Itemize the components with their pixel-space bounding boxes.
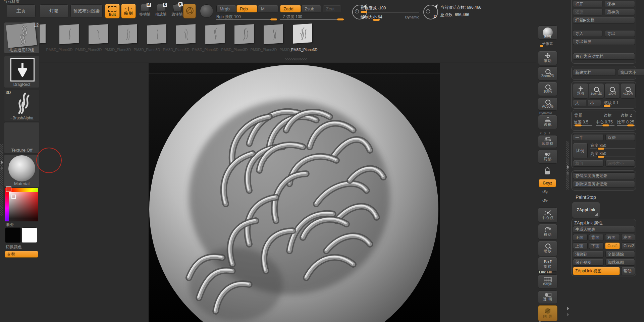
border2-label[interactable]: 边框 2 xyxy=(621,113,632,118)
zcut-toggle[interactable]: Zcut xyxy=(323,5,341,12)
plane-thumb-partial[interactable] xyxy=(40,23,60,47)
small-button[interactable]: 小 xyxy=(588,100,601,106)
width-handle[interactable] xyxy=(598,148,604,150)
focal-shift-handle[interactable] xyxy=(361,11,367,13)
swap-color-button[interactable]: 交替 xyxy=(5,251,38,258)
material-selector[interactable]: Material xyxy=(4,154,40,187)
home-button[interactable]: 主页 xyxy=(7,4,36,18)
draw-size-handle[interactable] xyxy=(373,19,380,21)
m-toggle[interactable]: M xyxy=(258,5,278,12)
new-document-button[interactable]: 新建文档 xyxy=(573,69,616,76)
save-as-button[interactable]: 另存为 xyxy=(605,9,635,15)
sculptris-pro-button[interactable] xyxy=(183,4,196,18)
gxyz-button[interactable]: Gxyz xyxy=(539,179,556,187)
center-handle[interactable] xyxy=(602,124,609,126)
draw-size-slider[interactable] xyxy=(361,20,419,20)
save-views-button[interactable]: 保存视图 xyxy=(573,259,604,266)
front-view-button[interactable]: 正面 xyxy=(573,234,588,241)
mrgb-toggle[interactable]: Mrgb xyxy=(216,5,236,12)
alpha-selector[interactable]: 3D ~BrushAlpha xyxy=(4,89,40,121)
secondary-color-swatch[interactable] xyxy=(21,227,37,243)
window-size-button[interactable]: 窗口大小 xyxy=(618,69,644,76)
store-depth-history-button[interactable]: 存储深度历史记录 xyxy=(573,172,635,179)
panel-actual-button[interactable]: 100% xyxy=(604,83,620,99)
zapplink-button[interactable]: ZAppLink xyxy=(572,202,600,218)
height-handle[interactable] xyxy=(598,156,604,158)
move-axis-button[interactable]: M 移动轴 xyxy=(137,4,153,19)
draw-button[interactable]: -｜- 绘 制 xyxy=(121,4,136,18)
move-view-button[interactable]: 移动 xyxy=(538,224,557,239)
cust1-view-button[interactable]: Cust1 xyxy=(605,243,620,249)
zapplink-views-button[interactable]: ZAppLink 视图 xyxy=(573,267,620,275)
focal-shift-slider[interactable] xyxy=(361,12,419,12)
zadd-toggle[interactable]: Zadd xyxy=(280,5,301,12)
rgb-intensity-handle[interactable] xyxy=(270,18,277,20)
revert-button[interactable]: 还原 xyxy=(573,9,602,15)
transparent-button[interactable]: 透 明 xyxy=(538,290,557,304)
perspective-button[interactable]: 透视 xyxy=(538,115,557,129)
load-views-button[interactable]: 加载视图 xyxy=(605,259,635,266)
ghost-button[interactable]: 幽 灵 xyxy=(538,305,557,321)
panel-zoom-handle[interactable] xyxy=(604,105,610,107)
resize-button[interactable]: 调整大小 xyxy=(605,160,635,167)
z-intensity-slider[interactable] xyxy=(280,19,344,20)
panel-ac50-button[interactable]: AC50% xyxy=(620,83,636,99)
width-slider[interactable] xyxy=(590,149,635,149)
right-bottom-arrow2-icon[interactable] xyxy=(567,313,569,317)
bottom-view-button[interactable]: 下面 xyxy=(589,243,604,249)
brush-selector[interactable]: 12 毛发通用12组 xyxy=(4,22,40,54)
stroke-selector[interactable]: DragRect xyxy=(4,56,40,88)
rotate-axis-button[interactable]: R 旋转轴 xyxy=(169,4,185,19)
center-point-button[interactable]: 中心点 xyxy=(538,207,557,223)
scale-view-button[interactable]: 缩放 xyxy=(538,241,557,256)
smooth-material-button[interactable] xyxy=(200,4,213,18)
sidebar-resize-handle[interactable] xyxy=(0,144,3,216)
rgb-toggle[interactable]: Rgb xyxy=(236,5,257,12)
texture-selector[interactable]: Texture Off xyxy=(4,122,40,154)
floor-grid-button[interactable]: 地网格 xyxy=(538,135,557,148)
ratio-button[interactable]: 比例 xyxy=(573,143,588,158)
z-intensity-handle[interactable] xyxy=(337,18,344,20)
local-button[interactable]: 局部 xyxy=(538,150,557,164)
bpr-button[interactable]: BPR xyxy=(538,25,557,40)
clear-all-button[interactable]: 全部清除 xyxy=(605,251,635,258)
export-screen-button[interactable]: 导出截屏 xyxy=(573,38,635,45)
scale-axis-button[interactable]: S 缩放轴 xyxy=(153,4,169,19)
preview-boolean-button[interactable]: 预览布尔渲染 xyxy=(70,4,103,18)
open-button[interactable]: 打开 xyxy=(573,1,602,7)
save-button[interactable]: 保存 xyxy=(605,1,635,7)
rotate-view-button[interactable]: ↻↺ 旋转 xyxy=(538,257,557,272)
sidebar-collapse-arrow-icon[interactable] xyxy=(1,166,3,170)
rgb-intensity-slider[interactable] xyxy=(216,19,277,20)
edit-button[interactable]: Edit xyxy=(105,4,120,18)
ac50-button[interactable]: AC50% xyxy=(538,97,557,111)
double-button[interactable]: 双倍 xyxy=(605,134,635,141)
big-button[interactable]: 大 xyxy=(573,100,586,106)
draw-size-gauge[interactable]: + D xyxy=(423,5,438,19)
subpixel-slider[interactable]: 子像素 xyxy=(538,40,557,46)
panel-scroll-button[interactable]: 滚动 xyxy=(573,83,588,99)
gz-button[interactable]: ↺z xyxy=(542,198,548,203)
right-expand-arrow-icon[interactable] xyxy=(567,165,569,169)
zsub-toggle[interactable]: Zsub xyxy=(301,5,321,12)
height-slider[interactable] xyxy=(590,157,635,157)
sv-selector[interactable] xyxy=(11,195,16,199)
right-view-button[interactable]: 右面 xyxy=(605,234,620,241)
background-label[interactable]: 背景 xyxy=(574,113,582,118)
actual-size-button[interactable]: 100% xyxy=(538,82,557,96)
paintstop-label[interactable]: PaintStop xyxy=(576,195,596,200)
zoom2d-button[interactable]: Zoom2D xyxy=(538,66,557,80)
make-character-sheet-button[interactable]: 生成人物表 xyxy=(573,226,635,233)
range-handle[interactable] xyxy=(575,124,582,126)
right-bottom-arrow-icon[interactable] xyxy=(567,307,569,311)
rate-handle[interactable] xyxy=(627,124,634,126)
main-color-swatch[interactable] xyxy=(5,227,21,243)
color-picker-sv[interactable] xyxy=(9,192,38,221)
clear-to-button[interactable]: 清除到 xyxy=(573,251,604,258)
scroll-button[interactable]: 滚动 xyxy=(538,51,557,65)
panel-zoom2d-button[interactable]: Zoom2D xyxy=(589,83,604,99)
subpixel-handle[interactable] xyxy=(540,45,543,47)
save-startup-doc-button[interactable]: 另存为启动文档 xyxy=(573,53,635,60)
import-button[interactable]: 导入 xyxy=(573,30,602,37)
crop-button[interactable]: 裁剪 xyxy=(573,160,604,167)
